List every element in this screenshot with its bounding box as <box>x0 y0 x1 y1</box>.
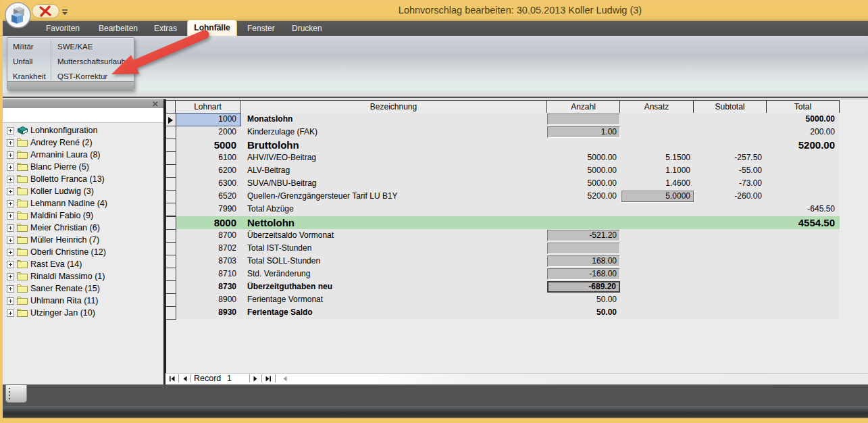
nav-last-record-button[interactable] <box>263 374 274 383</box>
input-anzahl[interactable]: -521.20 <box>547 230 620 241</box>
row-selector[interactable] <box>165 268 176 281</box>
row-selector[interactable] <box>165 139 176 152</box>
tree-item-andrey-rené-[interactable]: Andrey René (2) <box>3 136 163 149</box>
row-selector[interactable] <box>165 216 176 230</box>
tree-expand-button[interactable] <box>7 285 14 293</box>
tree-item-oberli-christine-[interactable]: Oberli Christine (12) <box>3 246 163 258</box>
tree-expand-button[interactable] <box>7 237 14 244</box>
tree-item-armanini-laura-[interactable]: Armanini Laura (8) <box>3 149 163 161</box>
cell-bezeichnung: Ferientage Vormonat <box>247 293 323 306</box>
row-selector[interactable] <box>165 293 176 307</box>
row-selector[interactable] <box>165 113 176 126</box>
cell-bezeichnung: Monatslohn <box>247 113 292 126</box>
hscroll-left-button[interactable] <box>280 374 289 383</box>
row-selector[interactable] <box>165 229 176 243</box>
tree-expand-button[interactable] <box>7 261 14 268</box>
cell-total: -645.50 <box>771 203 835 216</box>
tree-expand-button[interactable] <box>7 139 14 147</box>
input-anzahl[interactable]: 168.00 <box>547 255 620 267</box>
tree-expand-button[interactable] <box>7 297 14 305</box>
tree-item-utzinger-jan-[interactable]: Utzinger Jan (10) <box>3 307 163 319</box>
tree-item-label: Müller Heinrich (7) <box>30 234 99 246</box>
cell-ansatz: 1.4600 <box>628 177 690 190</box>
tree-expand-button[interactable] <box>7 164 14 171</box>
quick-close-button[interactable] <box>32 4 59 18</box>
tree-item-lehmann-nadine-[interactable]: Lehmann Nadine (4) <box>3 197 163 209</box>
tree-expand-button[interactable] <box>7 127 14 134</box>
tree-item-lohnkonfiguration[interactable]: Lohnkonfiguration <box>3 124 163 136</box>
navigator-separator <box>178 374 179 382</box>
row-selector[interactable] <box>165 306 176 320</box>
nav-first-record-button[interactable] <box>168 374 177 383</box>
tree-expand-button[interactable] <box>7 309 14 317</box>
row-selector[interactable] <box>165 203 176 216</box>
menu-item-bearbeiten[interactable]: Bearbeiten <box>99 21 138 36</box>
tree-item-rinaldi-massimo-[interactable]: Rinaldi Massimo (1) <box>3 270 163 282</box>
menu-option-unfall[interactable]: Unfall <box>13 56 32 68</box>
title-bar: Lohnvorschlag bearbeiten: 30.05.2013 Kol… <box>0 0 868 21</box>
tree-item-uhlmann-rita-[interactable]: Uhlmann Rita (11) <box>3 295 163 307</box>
dropdown-column-divider <box>51 41 51 80</box>
tree-expand-button[interactable] <box>7 224 14 232</box>
tree-item-meier-christian-[interactable]: Meier Christian (6) <box>3 222 163 234</box>
column-header-lohnart[interactable]: Lohnart <box>175 100 240 114</box>
input-anzahl[interactable] <box>547 243 620 254</box>
tree-item-bolletto-franca-[interactable]: Bolletto Franca (13) <box>3 173 163 185</box>
input-ansatz[interactable]: 5.0000 <box>621 191 694 202</box>
row-selector[interactable] <box>165 255 176 268</box>
cell-lohnart: 7990 <box>176 203 236 216</box>
tree-item-rast-eva-[interactable]: Rast Eva (14) <box>3 258 163 270</box>
status-band <box>0 384 868 406</box>
tree-expand-button[interactable] <box>7 212 14 220</box>
tree-item-koller-ludwig-[interactable]: Koller Ludwig (3) <box>3 185 163 197</box>
app-logo-button[interactable] <box>5 2 31 28</box>
tree-item-blanc-pierre-[interactable]: Blanc Pierre (5) <box>3 161 163 173</box>
row-selector[interactable] <box>165 242 176 255</box>
sidebar-filter-input[interactable] <box>3 108 163 123</box>
panel-grip-handle[interactable] <box>5 385 27 403</box>
input-anzahl[interactable]: 1.00 <box>547 126 620 138</box>
menu-option-krankheit[interactable]: Krankheit <box>13 71 46 82</box>
menu-item-extras[interactable]: Extras <box>154 21 177 36</box>
menu-item-fenster[interactable]: Fenster <box>247 21 275 36</box>
quick-access-menu-button[interactable] <box>61 7 69 16</box>
nav-previous-record-button[interactable] <box>180 374 189 383</box>
cell-bezeichnung: AHV/IV/EO-Beitrag <box>247 151 316 164</box>
menu-tab-lohnfaelle[interactable]: Lohnfälle <box>187 20 237 36</box>
column-header-total[interactable]: Total <box>766 100 840 114</box>
column-header-bezeichnung[interactable]: Bezeichnung <box>240 100 547 114</box>
input-anzahl[interactable]: -689.20 <box>547 281 620 293</box>
row-selector[interactable] <box>165 177 176 191</box>
window-left-border <box>0 0 3 423</box>
column-header-subtotal[interactable]: Subtotal <box>693 100 767 114</box>
tree-item-müller-heinrich-[interactable]: Müller Heinrich (7) <box>3 234 163 246</box>
row-selector[interactable] <box>165 190 176 203</box>
nav-next-record-button[interactable] <box>251 374 260 383</box>
tree-expand-button[interactable] <box>7 176 14 183</box>
column-header-anzahl[interactable]: Anzahl <box>546 100 620 114</box>
menu-item-favoriten[interactable]: Favoriten <box>46 21 80 36</box>
menu-option-swe-kae[interactable]: SWE/KAE <box>57 41 93 53</box>
tree-expand-button[interactable] <box>7 188 14 195</box>
sidebar-close-icon[interactable] <box>152 101 159 107</box>
menu-option-mutterschaftsurlaub[interactable]: Mutterschaftsurlaub <box>57 56 126 68</box>
menu-item-drucken[interactable]: Drucken <box>292 21 322 36</box>
row-selector[interactable] <box>165 151 176 165</box>
row-selector[interactable] <box>165 126 176 139</box>
cell-anzahl: 5000.00 <box>555 177 617 190</box>
tree-expand-button[interactable] <box>7 273 14 280</box>
row-selector[interactable] <box>165 280 176 294</box>
tree-item-saner-renate-[interactable]: Saner Renate (15) <box>3 282 163 295</box>
column-header-ansatz[interactable]: Ansatz <box>619 100 694 114</box>
menu-option-qst-korrektur[interactable]: QST-Korrektur <box>57 71 107 82</box>
tree-expand-button[interactable] <box>7 200 14 207</box>
cell-bezeichnung: Überzeitguthaben neu <box>247 280 332 293</box>
grip-dots-icon <box>8 387 11 401</box>
row-selector[interactable] <box>165 164 176 178</box>
tree-item-maldini-fabio-[interactable]: Maldini Fabio (9) <box>3 209 163 222</box>
tree-expand-button[interactable] <box>7 151 14 159</box>
input-anzahl[interactable] <box>547 114 620 125</box>
menu-option-militär[interactable]: Militär <box>13 41 34 53</box>
tree-expand-button[interactable] <box>7 249 14 256</box>
input-anzahl[interactable]: -168.00 <box>547 268 620 280</box>
